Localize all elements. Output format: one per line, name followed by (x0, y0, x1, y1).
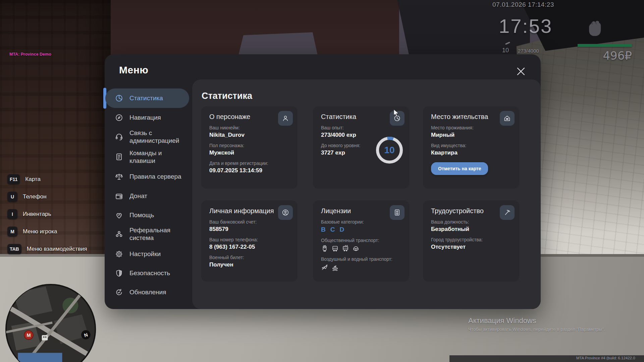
card-personal: Личная информация Ваш банковский счет: 8… (201, 200, 298, 282)
sidebar-item-referral[interactable]: Реферальная система (105, 226, 189, 242)
card-title: Трудоустройство (431, 207, 511, 215)
sidebar-item-updates[interactable]: Обновления (105, 286, 189, 298)
tram-icon (321, 245, 328, 252)
key-badge: M (7, 227, 17, 237)
card-title: Статистика (321, 113, 401, 121)
key-badge: U (7, 192, 17, 202)
game-screen: MTA: Province Demo 07.01.2026 17:14:23 1… (0, 0, 644, 362)
compass-icon (115, 113, 123, 122)
menu-title: Меню (119, 64, 148, 76)
air-water-transport-icons (321, 263, 401, 271)
sidebar-item-donate[interactable]: Донат (105, 190, 189, 202)
card-title: Лицензии (321, 207, 401, 215)
hud-money: 496₽ (590, 49, 632, 62)
hotkey-player-menu: M Меню игрока (7, 227, 87, 237)
category-d: D (339, 226, 344, 233)
bank-account-value: 858579 (209, 226, 289, 233)
card-stats: Статистика Ваш опыт: 273/4000 exp До нов… (313, 106, 409, 189)
hotkey-hints: F11 Карта U Телефон I Инвентарь M Меню и… (7, 174, 87, 261)
ship-icon (331, 263, 339, 271)
menu-panel: Меню Статистика Навигация Связь с админи… (105, 54, 541, 309)
person-icon (278, 111, 293, 126)
hud-level: 10 (502, 47, 509, 54)
network-icon (115, 230, 123, 238)
registration-date-value: 09.07.2025 13:14:59 (209, 167, 289, 174)
sidebar-item-settings[interactable]: Настройки (105, 248, 189, 260)
card-employment: Трудоустройство Ваша должность: Безработ… (423, 200, 519, 282)
chauffeur-cap-icon (352, 245, 360, 252)
bus-icon (331, 245, 339, 252)
hotkey-map: F11 Карта (7, 174, 87, 184)
sidebar-item-help[interactable]: Помощь (105, 209, 189, 221)
license-categories: B C D (321, 226, 401, 233)
windows-activation-subtitle: Чтобы активировать Windows, перейдите в … (468, 327, 605, 332)
server-watermark: MTA: Province Demo (9, 52, 51, 57)
employment-city-value: Отсутствует (431, 244, 511, 250)
wallet-icon (115, 192, 123, 200)
shield-icon (115, 269, 123, 278)
public-transport-icons (321, 245, 401, 252)
id-card-icon (390, 205, 405, 220)
sidebar-item-statistics[interactable]: Статистика (105, 92, 189, 104)
hud-datetime: 07.01.2026 17:14:23 (492, 1, 554, 8)
close-button[interactable] (515, 66, 527, 77)
card-title: Личная информация (209, 207, 289, 215)
exp-to-next-value: 3727 exp (321, 149, 373, 156)
section-heading: Статистика (202, 91, 252, 101)
category-c: C (330, 226, 335, 233)
gear-icon (115, 250, 123, 258)
card-character: О персонаже Ваш никнейм: Nikita_Durov По… (201, 106, 298, 189)
key-badge: I (7, 209, 17, 219)
residence-city-value: Мирный (431, 132, 511, 138)
level-number: 10 (374, 135, 405, 165)
fist-icon (585, 15, 602, 39)
sidebar-item-server-rules[interactable]: Правила сервера (105, 171, 189, 183)
card-licenses: Лицензии Базовые категории: B C D Общест… (313, 200, 409, 282)
property-type-value: Квартира (431, 149, 511, 156)
home-icon (500, 111, 515, 126)
sidebar-item-admin-contact[interactable]: Связь с администрацией (105, 129, 189, 145)
sidebar-item-navigation[interactable]: Навигация (105, 112, 189, 124)
build-info: MTA Province #4 (build: 6.12422.0 (576, 356, 635, 360)
hotkey-interaction-menu: TAB Меню взаимодействия (7, 244, 87, 254)
windows-activation-title: Активация Windows (468, 316, 536, 325)
exp-value: 273/4000 exp (321, 132, 373, 138)
nickname-value: Nikita_Durov (209, 132, 289, 138)
pie-chart-icon (115, 94, 123, 103)
job-title-value: Безработный (431, 226, 511, 233)
category-b: B (321, 226, 326, 233)
metro-marker: M (26, 333, 31, 338)
hud-exp-fraction: 273/4000 (518, 48, 539, 54)
hotkey-inventory: I Инвентарь (7, 209, 87, 219)
hotkey-phone: U Телефон (7, 192, 87, 202)
card-title: О персонаже (209, 113, 289, 121)
mark-on-map-button[interactable]: Отметить на карте (431, 162, 488, 175)
key-badge: F11 (7, 174, 20, 184)
key-badge: TAB (7, 244, 21, 254)
minimap: M N (2, 283, 103, 362)
content-panel: Статистика О персонаже Ваш никнейм: Niki… (192, 79, 541, 309)
handshake-heart-icon (115, 211, 123, 220)
hud-clock: 17:53 (499, 15, 552, 37)
phone-number-value: 8 (963) 167-22-05 (209, 244, 289, 250)
money-progress-bar (578, 44, 632, 47)
person-circle-icon (278, 205, 293, 220)
trolleybus-icon (342, 245, 349, 252)
level-progress-ring: 10 (374, 135, 405, 165)
mouse-cursor (393, 109, 401, 118)
card-residence: Место жительства Место проживания: Мирны… (423, 106, 519, 189)
scales-icon (115, 172, 123, 181)
gender-value: Мужской (209, 149, 289, 156)
sidebar-item-security[interactable]: Безопасность (105, 267, 189, 279)
update-check-icon (115, 288, 123, 297)
card-title: Место жительства (431, 113, 511, 121)
headset-icon (115, 132, 123, 141)
military-id-value: Получен (209, 261, 289, 268)
plane-crossed-icon (321, 263, 328, 271)
document-icon (115, 153, 123, 161)
sidebar-item-commands-keys[interactable]: Команды и клавиши (105, 149, 189, 165)
pickaxe-icon (500, 205, 515, 220)
